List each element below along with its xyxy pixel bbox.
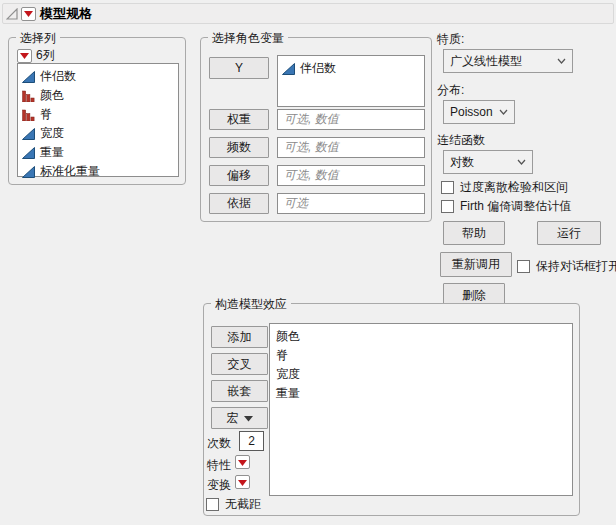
column-item[interactable]: 标准化重量 [18,162,178,181]
continuous-icon [22,71,35,83]
column-name: 伴侣数 [40,68,76,85]
column-item[interactable]: 重量 [18,143,178,162]
y-value-item[interactable]: 伴侣数 [278,59,424,78]
offset-placeholder: 可选, 数值 [284,167,339,184]
role-variables-group: 选择角色变量 Y 伴侣数 权重 可选, 数值 频数 可选, 数值 偏移 可选, … [200,37,432,222]
firth-label: Firth 偏倚调整估计值 [460,198,571,215]
columns-filter-red-triangle-button[interactable] [17,49,32,63]
effect-item[interactable]: 宽度 [270,365,572,384]
continuous-icon [22,166,35,178]
firth-checkbox[interactable] [441,200,454,213]
effect-item[interactable]: 重量 [270,384,572,403]
transform-red-triangle-button[interactable] [235,475,250,489]
red-triangle-menu-button[interactable] [21,7,36,21]
outline-header: 模型规格 [2,3,614,24]
freq-placeholder: 可选, 数值 [284,139,339,156]
by-dropzone[interactable]: 可选 [277,193,425,214]
column-name: 重量 [40,144,64,161]
model-effects-label: 构造模型效应 [211,296,291,313]
select-columns-label: 选择列 [16,30,60,47]
offset-dropzone[interactable]: 可选, 数值 [277,165,425,186]
effect-name: 脊 [276,347,288,364]
by-placeholder: 可选 [284,195,308,212]
weight-dropzone[interactable]: 可选, 数值 [277,109,425,130]
column-name: 颜色 [40,87,64,104]
column-item[interactable]: 颜色 [18,86,178,105]
degree-field[interactable]: 2 [239,431,264,451]
effect-name: 重量 [276,385,300,402]
effects-listbox[interactable]: 颜色 脊 宽度 重量 [269,323,573,496]
effect-item[interactable]: 脊 [270,346,572,365]
firth-row: Firth 偏倚调整估计值 [441,198,571,215]
offset-button[interactable]: 偏移 [209,165,269,186]
column-item[interactable]: 宽度 [18,124,178,143]
transform-label: 变换 [207,477,231,494]
macros-button-label: 宏 [227,410,239,427]
macros-button[interactable]: 宏 [211,407,268,429]
column-name: 宽度 [40,125,64,142]
keep-dialog-open-row: 保持对话框打开 [517,258,616,275]
personality-label: 特质: [437,31,464,48]
personality-dropdown[interactable]: 广义线性模型 [443,49,573,73]
weight-placeholder: 可选, 数值 [284,111,339,128]
red-triangle-icon [19,51,30,60]
attributes-red-triangle-button[interactable] [235,455,250,469]
no-intercept-label: 无截距 [225,496,261,513]
nest-button[interactable]: 嵌套 [211,380,268,402]
overdispersion-label: 过度离散检验和区间 [460,179,568,196]
recall-button[interactable]: 重新调用 [440,252,512,277]
columns-count-label: 6列 [36,47,55,64]
no-intercept-row: 无截距 [206,496,261,513]
continuous-icon [22,128,35,140]
red-triangle-icon [237,478,248,487]
y-button[interactable]: Y [209,57,269,79]
run-button[interactable]: 运行 [537,221,601,245]
link-function-dropdown[interactable]: 对数 [443,150,533,174]
keep-dialog-open-label: 保持对话框打开 [536,258,616,275]
overdispersion-row: 过度离散检验和区间 [441,179,568,196]
column-name: 脊 [40,106,52,123]
keep-dialog-open-checkbox[interactable] [517,260,530,273]
model-specification-dialog: 模型规格 选择列 6列 伴侣数 颜色 脊 [0,0,616,525]
cross-button[interactable]: 交叉 [211,353,268,375]
y-value: 伴侣数 [300,60,336,77]
chevron-down-icon [499,109,508,115]
column-name: 标准化重量 [40,163,100,180]
by-button[interactable]: 依据 [209,193,269,214]
black-triangle-down-icon [244,415,253,422]
page-title: 模型规格 [40,5,92,23]
distribution-dropdown[interactable]: Poisson [443,100,515,124]
model-effects-group: 构造模型效应 添加 交叉 嵌套 宏 次数 2 特性 变换 无截距 颜色 脊 宽度… [203,303,580,516]
freq-dropzone[interactable]: 可选, 数值 [277,137,425,158]
attributes-label: 特性 [207,457,231,474]
y-dropzone[interactable]: 伴侣数 [277,55,425,107]
effect-name: 颜色 [276,328,300,345]
weight-button[interactable]: 权重 [209,109,269,130]
link-function-label: 连结函数 [437,132,485,149]
red-triangle-icon [237,458,248,467]
help-button[interactable]: 帮助 [443,221,505,245]
select-columns-group: 选择列 6列 伴侣数 颜色 脊 宽 [8,37,186,185]
disclosure-triangle-icon[interactable] [6,8,18,20]
red-triangle-icon [23,9,34,18]
effect-name: 宽度 [276,366,300,383]
effect-item[interactable]: 颜色 [270,327,572,346]
continuous-icon [22,147,35,159]
nominal-icon [22,90,35,102]
column-item[interactable]: 伴侣数 [18,67,178,86]
distribution-value: Poisson [450,105,493,119]
role-variables-label: 选择角色变量 [208,30,288,47]
continuous-icon [282,63,295,75]
link-function-value: 对数 [450,154,474,171]
no-intercept-checkbox[interactable] [206,498,219,511]
distribution-label: 分布: [437,82,464,99]
chevron-down-icon [557,58,566,64]
column-item[interactable]: 脊 [18,105,178,124]
nominal-icon [22,109,35,121]
columns-listbox[interactable]: 伴侣数 颜色 脊 宽度 重量 标准化重量 [17,63,179,177]
degree-label: 次数 [207,435,231,452]
add-button[interactable]: 添加 [211,326,268,348]
freq-button[interactable]: 频数 [209,137,269,158]
personality-value: 广义线性模型 [450,53,522,70]
overdispersion-checkbox[interactable] [441,181,454,194]
